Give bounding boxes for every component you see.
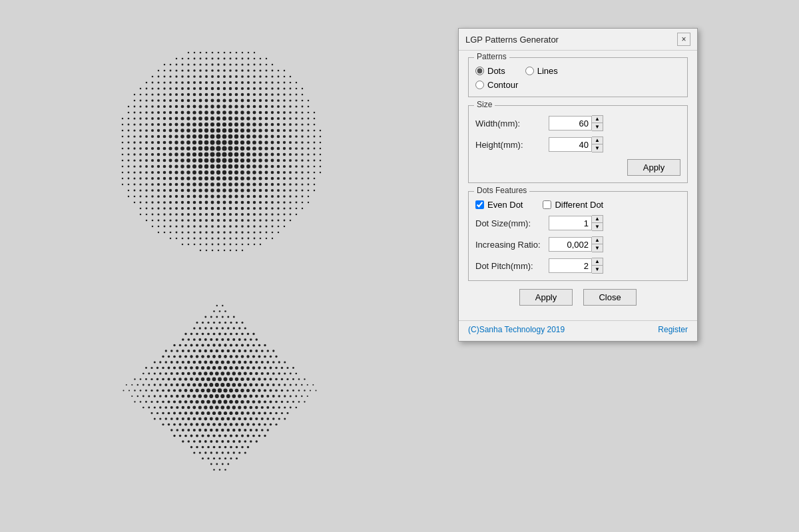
svg-point-561: [252, 164, 256, 168]
even-dot-checkbox[interactable]: Even Dot: [475, 200, 523, 210]
dot-pitch-spin-down[interactable]: ▼: [592, 266, 603, 273]
svg-point-421: [228, 140, 233, 144]
svg-point-902: [242, 237, 244, 239]
svg-point-1299: [210, 405, 213, 409]
size-group: Size Width(mm): ▲ ▼ Height(mm): ▲: [468, 105, 688, 183]
svg-point-576: [139, 171, 141, 173]
height-spin-down[interactable]: ▼: [592, 144, 603, 152]
width-input[interactable]: [549, 116, 592, 131]
width-spin-up[interactable]: ▲: [592, 116, 603, 123]
svg-point-137: [247, 87, 250, 89]
svg-point-1364: [162, 423, 164, 425]
svg-point-1044: [275, 355, 277, 357]
svg-point-865: [265, 225, 267, 227]
svg-point-1444: [247, 445, 249, 447]
svg-point-434: [307, 141, 309, 143]
svg-point-397: [289, 135, 292, 138]
svg-point-308: [157, 123, 160, 125]
svg-point-423: [240, 140, 244, 144]
svg-point-835: [229, 219, 232, 222]
svg-point-1212: [252, 389, 256, 392]
svg-point-926: [224, 249, 226, 251]
svg-point-153: [169, 93, 172, 96]
svg-point-885: [253, 231, 255, 233]
svg-point-277: [169, 117, 172, 120]
svg-point-948: [236, 321, 238, 323]
svg-point-323: [246, 123, 250, 127]
size-apply-button[interactable]: Apply: [627, 159, 680, 176]
width-spin-down[interactable]: ▼: [592, 123, 603, 131]
dot-pitch-spinbox: ▲ ▼: [549, 258, 603, 274]
svg-point-1459: [224, 457, 226, 459]
svg-point-1013: [216, 349, 219, 352]
svg-point-1362: [278, 417, 280, 419]
svg-point-481: [180, 152, 184, 156]
register-link[interactable]: Register: [658, 325, 688, 334]
svg-point-760: [277, 201, 280, 204]
svg-point-1106: [198, 372, 202, 375]
svg-point-124: [169, 87, 172, 90]
different-dot-checkbox[interactable]: Different Dot: [543, 200, 603, 210]
svg-point-1406: [190, 434, 193, 437]
svg-point-1145: [252, 378, 256, 381]
svg-point-751: [223, 200, 226, 204]
close-button[interactable]: Close: [583, 289, 637, 306]
svg-point-990: [190, 344, 193, 346]
apply-button[interactable]: Apply: [519, 289, 573, 306]
increasing-ratio-spin-down[interactable]: ▼: [592, 244, 603, 252]
svg-point-261: [271, 111, 274, 113]
svg-point-241: [151, 111, 154, 114]
dot-pitch-label: Dot Pitch(mm):: [475, 261, 549, 271]
svg-point-1072: [162, 366, 164, 369]
svg-point-340: [151, 129, 154, 131]
svg-point-1401: [261, 429, 264, 431]
height-input[interactable]: [549, 137, 592, 152]
svg-point-951: [199, 327, 201, 329]
svg-point-850: [175, 225, 177, 227]
svg-point-27: [266, 57, 267, 59]
dot-pitch-input[interactable]: [549, 258, 592, 273]
svg-point-380: [186, 134, 190, 138]
svg-point-911: [200, 243, 202, 245]
increasing-ratio-input[interactable]: [549, 237, 592, 252]
svg-point-1425: [210, 440, 212, 443]
svg-point-335: [122, 129, 124, 131]
height-spin-up[interactable]: ▲: [592, 137, 603, 144]
svg-point-76: [193, 75, 196, 78]
svg-point-425: [252, 140, 256, 144]
svg-point-1379: [246, 423, 249, 425]
svg-point-979: [216, 338, 218, 340]
dot-size-input[interactable]: [549, 216, 592, 230]
svg-point-916: [230, 243, 232, 245]
increasing-ratio-spin-up[interactable]: ▲: [592, 237, 603, 244]
radio-contour[interactable]: Contour: [475, 80, 518, 90]
dot-size-spin-up[interactable]: ▲: [592, 216, 603, 223]
svg-point-1280: [270, 400, 272, 403]
svg-point-341: [157, 129, 160, 131]
svg-point-790: [283, 207, 285, 209]
svg-point-857: [217, 225, 220, 228]
svg-point-552: [198, 164, 202, 168]
svg-point-1368: [184, 423, 187, 425]
svg-point-833: [217, 219, 220, 222]
svg-point-656: [216, 182, 220, 186]
svg-point-956: [227, 327, 229, 329]
close-icon[interactable]: ×: [677, 33, 690, 46]
svg-point-654: [204, 182, 208, 186]
svg-point-1387: [182, 429, 184, 431]
svg-point-658: [228, 182, 232, 186]
radio-dots[interactable]: Dots: [475, 66, 505, 76]
svg-point-547: [169, 164, 172, 168]
dot-size-spin-down[interactable]: ▼: [592, 223, 603, 230]
svg-point-355: [240, 129, 244, 133]
svg-point-1144: [246, 378, 250, 381]
svg-point-1446: [199, 451, 201, 453]
svg-point-1028: [184, 355, 187, 358]
svg-point-258: [253, 111, 256, 114]
svg-point-607: [122, 177, 124, 179]
dot-pitch-spin-up[interactable]: ▲: [592, 258, 603, 266]
radio-lines[interactable]: Lines: [525, 66, 558, 76]
svg-point-1404: [179, 434, 182, 437]
svg-point-1121: [284, 372, 286, 374]
svg-point-251: [210, 111, 214, 115]
